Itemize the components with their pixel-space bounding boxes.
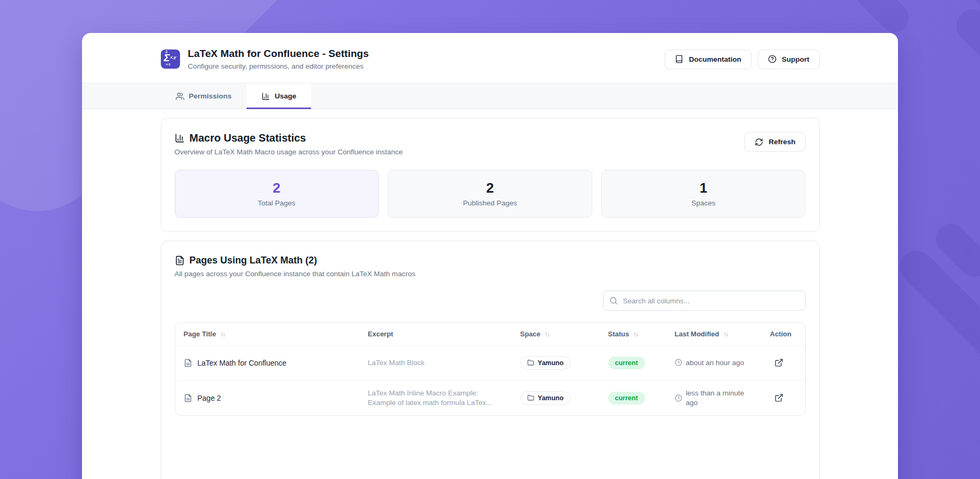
table-header-row: Page Title ↑↓ Excerpt Space ↑↓ Status ↑↓ <box>175 323 805 345</box>
status-cell: current <box>600 386 666 410</box>
users-icon <box>176 92 184 101</box>
stat-value: 2 <box>486 181 494 195</box>
column-header-excerpt: Excerpt <box>360 330 512 338</box>
sort-icon[interactable]: ↑↓ <box>220 331 225 337</box>
search-box <box>603 291 806 311</box>
external-link-icon <box>774 358 783 367</box>
column-header-action: Action <box>762 330 805 338</box>
search-input[interactable] <box>603 291 806 311</box>
table-row: Page 2 LaTex Math Inline Macro Example: … <box>175 380 805 415</box>
support-label: Support <box>782 55 810 63</box>
stat-value: 1 <box>699 181 707 195</box>
documentation-label: Documentation <box>689 55 741 63</box>
tab-permissions-label: Permissions <box>189 92 232 100</box>
open-page-button[interactable] <box>772 391 786 404</box>
sort-icon[interactable]: ↑↓ <box>723 331 728 337</box>
refresh-button[interactable]: Refresh <box>745 132 805 152</box>
macro-usage-statistics-section: Macro Usage Statistics Overview of LaTeX… <box>161 118 820 232</box>
help-circle-icon <box>768 55 777 63</box>
pages-section-subtitle: All pages across your Confluence instanc… <box>175 270 416 278</box>
file-icon <box>184 394 192 402</box>
bar-chart-icon <box>262 92 270 101</box>
stat-card-total-pages: 2 Total Pages <box>175 170 379 218</box>
page-title-cell: Page 2 <box>175 389 360 408</box>
action-cell <box>762 386 805 410</box>
file-icon <box>184 359 192 367</box>
status-badge: current <box>608 357 645 369</box>
space-cell: Yamuno <box>512 351 600 375</box>
refresh-label: Refresh <box>769 138 795 146</box>
last-modified-cell: about an hour ago <box>666 353 762 373</box>
space-chip: Yamuno <box>520 356 571 370</box>
space-chip: Yamuno <box>520 391 571 405</box>
status-badge: current <box>608 392 645 404</box>
column-header-page-title[interactable]: Page Title ↑↓ <box>175 330 360 338</box>
stats-section-title: Macro Usage Statistics <box>190 132 306 144</box>
page-title-cell: LaTex Math for Confluence <box>175 353 360 373</box>
stat-card-spaces: 1 Spaces <box>601 170 806 218</box>
stat-card-published-pages: 2 Published Pages <box>388 170 592 218</box>
action-cell <box>762 351 805 375</box>
external-link-icon <box>774 393 783 402</box>
folder-icon <box>527 359 534 366</box>
refresh-icon <box>755 138 763 146</box>
page-subtitle: Configure security, permissions, and edi… <box>188 62 369 70</box>
documentation-button[interactable]: Documentation <box>665 49 751 69</box>
logo-script: x,y <box>170 55 176 60</box>
page-title: LaTeX Math for Confluence - Settings <box>188 48 369 60</box>
open-page-button[interactable] <box>772 356 786 369</box>
logo-sigma: Σ <box>164 52 170 64</box>
bar-chart-icon <box>175 133 185 143</box>
stats-section-subtitle: Overview of LaTeX Math Macro usage acros… <box>175 148 403 156</box>
excerpt-cell: LaTex Math Inline Macro Example: Example… <box>360 383 512 412</box>
tab-permissions[interactable]: Permissions <box>161 84 247 109</box>
app-header: 2 Σ x,y i=1 LaTeX Math for Confluence - … <box>161 33 820 83</box>
settings-window: 2 Σ x,y i=1 LaTeX Math for Confluence - … <box>82 33 898 479</box>
background-capsule <box>950 3 980 188</box>
stat-label: Total Pages <box>258 199 296 207</box>
pages-section-title: Pages Using LaTeX Math (2) <box>190 255 317 266</box>
tab-usage[interactable]: Usage <box>247 84 312 109</box>
tab-bar: Permissions Usage <box>82 83 898 109</box>
folder-icon <box>527 394 534 401</box>
stat-value: 2 <box>273 181 280 195</box>
sort-icon[interactable]: ↑↓ <box>545 331 550 337</box>
tab-usage-label: Usage <box>275 92 297 100</box>
table-row: LaTex Math for Confluence LaTex Math Blo… <box>175 345 805 380</box>
latex-app-logo-icon: 2 Σ x,y i=1 <box>161 49 180 69</box>
clock-icon <box>675 394 682 402</box>
sort-icon[interactable]: ↑↓ <box>633 331 638 337</box>
stat-label: Published Pages <box>463 199 517 207</box>
column-header-last-modified[interactable]: Last Modified ↑↓ <box>666 330 762 338</box>
column-header-space[interactable]: Space ↑↓ <box>512 330 600 338</box>
book-icon <box>675 55 683 63</box>
column-header-status[interactable]: Status ↑↓ <box>600 330 666 338</box>
clock-icon <box>675 359 682 366</box>
status-cell: current <box>600 351 666 375</box>
excerpt-cell: LaTex Math Block <box>360 353 512 373</box>
last-modified-cell: less than a minute ago <box>666 383 762 412</box>
space-cell: Yamuno <box>512 386 600 410</box>
search-icon <box>609 296 618 305</box>
pages-table: Page Title ↑↓ Excerpt Space ↑↓ Status ↑↓ <box>175 323 806 416</box>
logo-sub: i=1 <box>166 63 171 66</box>
pages-using-latex-section: Pages Using LaTeX Math (2) All pages acr… <box>161 241 820 479</box>
support-button[interactable]: Support <box>758 49 820 69</box>
stat-label: Spaces <box>691 199 715 207</box>
file-text-icon <box>175 255 185 266</box>
